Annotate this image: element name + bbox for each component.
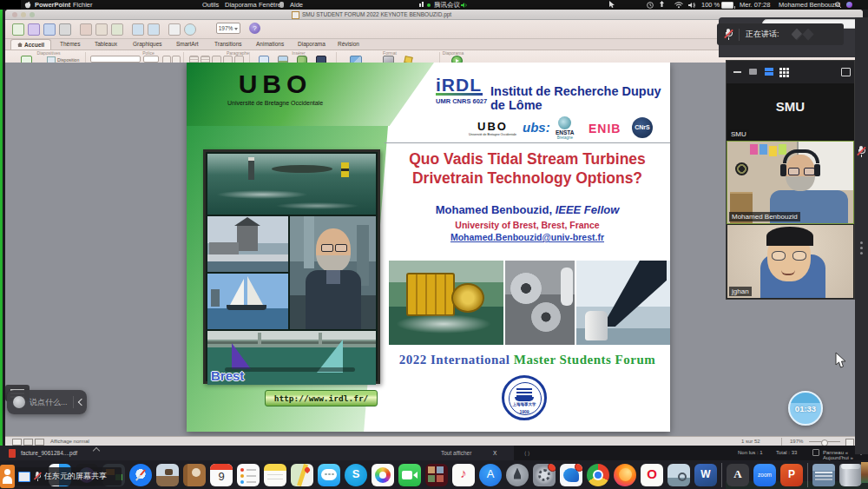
toolbar-zoom-select[interactable]: 197% bbox=[216, 23, 240, 34]
dock-powerpoint-icon[interactable]: P bbox=[780, 464, 803, 486]
dock-mail-app-icon[interactable] bbox=[560, 464, 582, 486]
undo-icon[interactable] bbox=[132, 23, 144, 36]
participant-avatar-icon[interactable] bbox=[0, 465, 15, 488]
apple-menu-icon[interactable] bbox=[24, 0, 31, 10]
font-size-select[interactable] bbox=[143, 56, 159, 63]
dock-opera-icon[interactable]: O bbox=[641, 464, 663, 486]
script-menu-icon[interactable] bbox=[279, 0, 286, 10]
download-expand-chevron[interactable] bbox=[94, 448, 99, 454]
pointer-menu-icon[interactable] bbox=[609, 0, 615, 10]
mail-nav-icons[interactable]: ⟨ ⟩ bbox=[524, 450, 529, 456]
dock-system-preferences-icon[interactable] bbox=[533, 464, 556, 486]
menu-fichier[interactable]: Fichier bbox=[73, 0, 93, 10]
dock-photos-icon[interactable] bbox=[372, 464, 394, 486]
slideshow-view-button[interactable] bbox=[35, 439, 44, 446]
tab-animations[interactable]: Animations bbox=[250, 39, 290, 49]
new-document-icon[interactable] bbox=[12, 23, 24, 36]
dock-app-store-icon[interactable]: A bbox=[479, 464, 502, 486]
help-icon[interactable]: ? bbox=[249, 23, 260, 34]
minimize-panel-icon[interactable] bbox=[733, 71, 741, 73]
dock-acrobat-icon[interactable]: A bbox=[727, 464, 749, 486]
collapse-chat-chevron[interactable] bbox=[77, 399, 84, 406]
dock-chrome-icon[interactable] bbox=[587, 464, 609, 486]
redo-icon[interactable] bbox=[148, 23, 160, 36]
emoji-icon[interactable] bbox=[13, 396, 25, 408]
normal-view-button[interactable] bbox=[12, 439, 22, 446]
print-icon[interactable] bbox=[59, 23, 71, 36]
menubar-clock[interactable]: Mer. 07:28 bbox=[740, 0, 770, 10]
zoom-window-button[interactable] bbox=[30, 12, 35, 17]
chat-input-placeholder[interactable]: 说点什么... bbox=[30, 397, 68, 408]
tab-smartart[interactable]: SmartArt bbox=[170, 39, 205, 49]
dock-skype-icon[interactable]: S bbox=[345, 464, 367, 486]
web-icon[interactable] bbox=[184, 23, 196, 36]
menu-aide[interactable]: Aide bbox=[290, 0, 303, 10]
dock-zoom-icon[interactable]: zoom bbox=[753, 464, 776, 486]
dock-photo-booth-icon[interactable] bbox=[425, 464, 448, 486]
menu-outils[interactable]: Outils bbox=[202, 0, 219, 10]
close-window-button[interactable] bbox=[12, 12, 17, 17]
upload-arrow-icon[interactable] bbox=[659, 0, 665, 10]
slide[interactable]: UBO Université de Bretagne Occidentale i… bbox=[187, 63, 670, 432]
font-name-select[interactable] bbox=[90, 56, 141, 63]
copy-icon[interactable] bbox=[95, 23, 108, 36]
video-tile-jghan[interactable]: jghan bbox=[727, 224, 854, 299]
dock-messages-icon[interactable] bbox=[318, 464, 340, 486]
minimize-window-button[interactable] bbox=[21, 12, 26, 17]
tab-tableaux[interactable]: Tableaux bbox=[89, 39, 123, 49]
close-download-bar[interactable]: X bbox=[493, 450, 496, 456]
panel-icon[interactable] bbox=[812, 449, 819, 456]
sorter-view-button[interactable] bbox=[23, 439, 33, 446]
dock-reminders-icon[interactable] bbox=[237, 464, 260, 486]
meeting-timer[interactable]: 01:33 bbox=[788, 391, 823, 426]
tab-accueil[interactable]: Accueil bbox=[10, 39, 51, 50]
tab-revision[interactable]: Révision bbox=[332, 39, 365, 49]
dock-downloads-stack-icon[interactable] bbox=[812, 464, 835, 486]
list-view-icon[interactable] bbox=[765, 68, 773, 71]
dock-notes-icon[interactable] bbox=[264, 464, 286, 486]
dock-safari-icon[interactable] bbox=[129, 464, 152, 486]
menu-diaporama[interactable]: Diaporama bbox=[225, 0, 257, 10]
cut-icon[interactable] bbox=[80, 23, 92, 36]
dock-facetime-icon[interactable] bbox=[398, 464, 421, 486]
slide-email-link[interactable]: Mohamed.Benbouzid@univ-brest.fr bbox=[385, 232, 670, 242]
grid-view-icon[interactable] bbox=[779, 68, 782, 70]
speaker-view-icon[interactable] bbox=[749, 69, 757, 75]
volume-icon[interactable] bbox=[688, 0, 696, 10]
dock-image-viewer-icon[interactable] bbox=[156, 464, 179, 486]
dock-preview-icon[interactable] bbox=[667, 464, 690, 486]
save-icon[interactable] bbox=[43, 23, 56, 36]
irdl-url[interactable]: http://www.irdl.fr/ bbox=[265, 390, 378, 406]
wifi-icon[interactable] bbox=[674, 0, 683, 10]
chat-quick-bar[interactable]: 说点什么... bbox=[7, 390, 87, 414]
popout-icon[interactable] bbox=[841, 68, 851, 76]
dock-music-icon[interactable]: ♪ bbox=[452, 464, 475, 486]
tab-diaporama[interactable]: Diaporama bbox=[292, 39, 332, 49]
menu-fenetre[interactable]: Fenêtre bbox=[259, 0, 281, 10]
dock-calendar-icon[interactable]: 9 bbox=[210, 464, 233, 486]
menubar-user[interactable]: Mohamed Benbouzid bbox=[779, 0, 840, 10]
menubar-app-name[interactable]: PowerPoint bbox=[35, 0, 70, 10]
download-file-name[interactable]: facture_9061284....pdf bbox=[21, 450, 77, 456]
speaker-icon[interactable] bbox=[461, 0, 468, 10]
format-page-icon[interactable] bbox=[168, 23, 181, 36]
tab-graphiques[interactable]: Graphiques bbox=[127, 39, 168, 49]
siri-menu-icon[interactable] bbox=[846, 0, 852, 10]
dock-trash-icon[interactable] bbox=[839, 464, 862, 486]
menubar-meeting-app[interactable]: 腾讯会议 bbox=[434, 0, 460, 10]
dock-contacts-icon[interactable] bbox=[183, 464, 206, 486]
shared-screen-tile[interactable]: SMU SMU bbox=[727, 83, 854, 141]
show-all-downloads[interactable]: Tout afficher bbox=[441, 450, 471, 456]
dock-word-icon[interactable]: W bbox=[694, 464, 717, 486]
dock-firefox-icon[interactable] bbox=[614, 464, 636, 486]
clock-menu-icon[interactable] bbox=[647, 0, 654, 10]
tab-transitions[interactable]: Transitions bbox=[208, 39, 248, 49]
search-icon[interactable] bbox=[835, 0, 842, 10]
dock-launchpad-icon[interactable] bbox=[506, 464, 529, 486]
dock-maps-icon[interactable] bbox=[291, 464, 313, 486]
video-tile-benbouzid[interactable]: Mohamed Benbouzid bbox=[727, 141, 854, 224]
paste-icon[interactable] bbox=[111, 23, 123, 36]
signal-bars-icon[interactable] bbox=[419, 0, 424, 10]
tab-themes[interactable]: Thèmes bbox=[54, 39, 86, 49]
gallery-icon[interactable] bbox=[28, 23, 40, 36]
